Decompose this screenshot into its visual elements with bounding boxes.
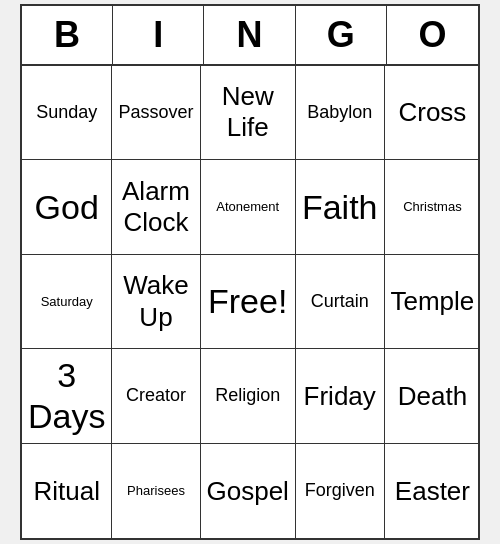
- bingo-cell: Pharisees: [112, 444, 200, 539]
- bingo-card: BINGO SundayPassoverNew LifeBabylonCross…: [20, 4, 480, 541]
- cell-text: Cross: [398, 97, 466, 128]
- bingo-grid: SundayPassoverNew LifeBabylonCrossGodAla…: [22, 66, 478, 539]
- cell-text: New Life: [207, 81, 289, 143]
- header-letter: B: [22, 6, 113, 64]
- cell-text: Curtain: [311, 291, 369, 313]
- cell-text: Atonement: [216, 199, 279, 215]
- bingo-cell: Friday: [296, 349, 385, 444]
- bingo-cell: Alarm Clock: [112, 160, 200, 255]
- bingo-cell: God: [22, 160, 112, 255]
- header-letter: I: [113, 6, 204, 64]
- bingo-cell: Religion: [201, 349, 296, 444]
- bingo-cell: Curtain: [296, 255, 385, 350]
- bingo-cell: Sunday: [22, 66, 112, 161]
- cell-text: Alarm Clock: [118, 176, 193, 238]
- bingo-cell: Cross: [385, 66, 481, 161]
- cell-text: God: [35, 187, 99, 228]
- bingo-cell: Easter: [385, 444, 481, 539]
- bingo-cell: Saturday: [22, 255, 112, 350]
- cell-text: Free!: [208, 281, 287, 322]
- cell-text: Friday: [304, 381, 376, 412]
- bingo-cell: Temple: [385, 255, 481, 350]
- cell-text: Forgiven: [305, 480, 375, 502]
- cell-text: Gospel: [207, 476, 289, 507]
- header-letter: G: [296, 6, 387, 64]
- bingo-cell: Free!: [201, 255, 296, 350]
- cell-text: Death: [398, 381, 467, 412]
- bingo-cell: Wake Up: [112, 255, 200, 350]
- bingo-cell: Babylon: [296, 66, 385, 161]
- cell-text: Easter: [395, 476, 470, 507]
- bingo-cell: Atonement: [201, 160, 296, 255]
- cell-text: Babylon: [307, 102, 372, 124]
- cell-text: Creator: [126, 385, 186, 407]
- cell-text: 3 Days: [28, 355, 105, 437]
- bingo-cell: Christmas: [385, 160, 481, 255]
- cell-text: Temple: [391, 286, 475, 317]
- cell-text: Religion: [215, 385, 280, 407]
- bingo-cell: New Life: [201, 66, 296, 161]
- bingo-header: BINGO: [22, 6, 478, 66]
- bingo-cell: Forgiven: [296, 444, 385, 539]
- bingo-cell: 3 Days: [22, 349, 112, 444]
- bingo-cell: Passover: [112, 66, 200, 161]
- bingo-cell: Death: [385, 349, 481, 444]
- cell-text: Faith: [302, 187, 378, 228]
- bingo-cell: Gospel: [201, 444, 296, 539]
- bingo-cell: Faith: [296, 160, 385, 255]
- header-letter: O: [387, 6, 478, 64]
- header-letter: N: [204, 6, 295, 64]
- cell-text: Passover: [118, 102, 193, 124]
- bingo-cell: Creator: [112, 349, 200, 444]
- cell-text: Pharisees: [127, 483, 185, 499]
- cell-text: Ritual: [33, 476, 99, 507]
- cell-text: Christmas: [403, 199, 462, 215]
- bingo-cell: Ritual: [22, 444, 112, 539]
- cell-text: Sunday: [36, 102, 97, 124]
- cell-text: Saturday: [41, 294, 93, 310]
- cell-text: Wake Up: [118, 270, 193, 332]
